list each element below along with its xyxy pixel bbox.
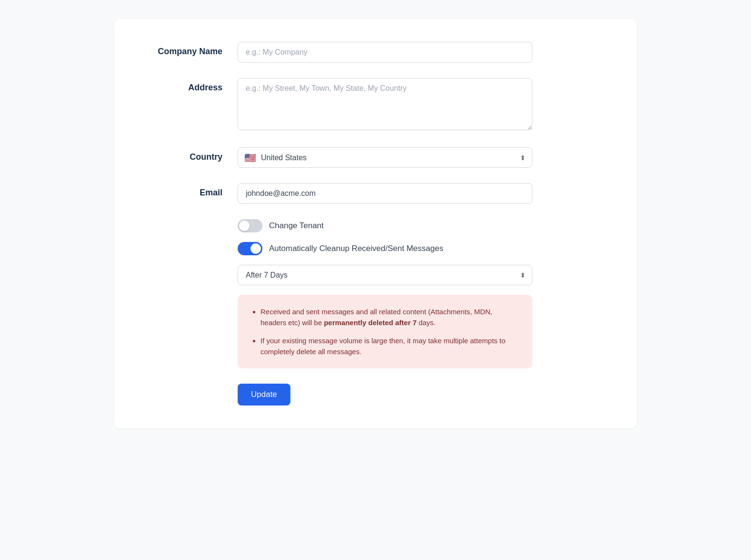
change-tenant-toggle-row: Change Tenant	[238, 219, 532, 232]
address-input[interactable]	[238, 78, 532, 130]
email-input[interactable]	[238, 183, 532, 204]
country-select[interactable]: United States Canada United Kingdom Aust…	[238, 147, 532, 168]
days-select-wrap: After 1 Day After 3 Days After 7 Days Af…	[238, 265, 532, 285]
button-section: Update	[238, 384, 532, 406]
email-control	[238, 183, 532, 204]
company-name-control	[238, 42, 532, 63]
update-button-row: Update	[143, 384, 608, 406]
toggles-row: Change Tenant Automatically Cleanup Rece…	[143, 219, 608, 368]
warning-item-2: If your existing message volume is large…	[260, 335, 519, 357]
warning-box: Received and sent messages and all relat…	[238, 295, 532, 368]
auto-cleanup-slider	[238, 242, 262, 255]
days-select[interactable]: After 1 Day After 3 Days After 7 Days Af…	[238, 265, 532, 285]
country-control: 🇺🇸 United States Canada United Kingdom A…	[238, 147, 532, 168]
auto-cleanup-toggle[interactable]	[238, 242, 262, 255]
country-select-wrap: 🇺🇸 United States Canada United Kingdom A…	[238, 147, 532, 168]
warning-item-1: Received and sent messages and all relat…	[260, 306, 519, 328]
change-tenant-toggle[interactable]	[238, 219, 262, 232]
change-tenant-slider	[238, 219, 262, 232]
address-row: Address	[143, 78, 608, 132]
company-name-label: Company Name	[143, 42, 238, 57]
address-control	[238, 78, 532, 132]
update-button[interactable]: Update	[238, 384, 290, 406]
toggles-section: Change Tenant Automatically Cleanup Rece…	[238, 219, 532, 368]
company-name-input[interactable]	[238, 42, 532, 63]
company-name-row: Company Name	[143, 42, 608, 63]
settings-form: Company Name Address Country 🇺🇸 United S…	[114, 19, 637, 428]
address-label: Address	[143, 78, 238, 93]
warning-list: Received and sent messages and all relat…	[251, 306, 519, 357]
email-label: Email	[143, 183, 238, 198]
change-tenant-label: Change Tenant	[269, 221, 324, 231]
auto-cleanup-toggle-row: Automatically Cleanup Received/Sent Mess…	[238, 242, 532, 255]
days-select-section: After 1 Day After 3 Days After 7 Days Af…	[238, 265, 532, 285]
country-row: Country 🇺🇸 United States Canada United K…	[143, 147, 608, 168]
country-label: Country	[143, 147, 238, 162]
auto-cleanup-label: Automatically Cleanup Received/Sent Mess…	[269, 244, 443, 253]
email-row: Email	[143, 183, 608, 204]
